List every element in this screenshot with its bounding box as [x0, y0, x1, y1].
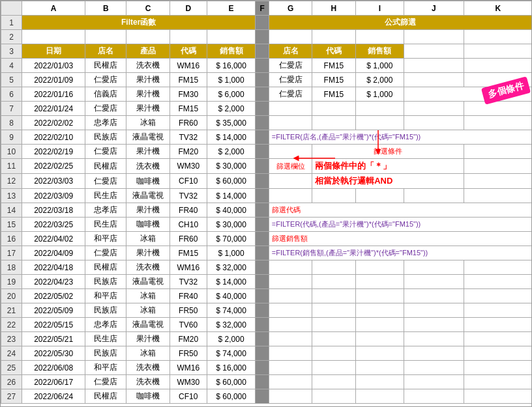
row-14-num: 14 — [1, 203, 22, 218]
r22-date: 2022/05/15 — [22, 318, 85, 332]
divider-r3 — [256, 44, 269, 59]
row-7: 7 2022/01/24 仁愛店 果汁機 FM15 $ 2,000 — [1, 102, 533, 116]
divider-r13 — [256, 189, 269, 203]
r24-j — [404, 346, 464, 361]
r23-i — [355, 332, 404, 346]
r20-j — [404, 289, 464, 303]
r3-j — [404, 44, 464, 59]
r2-c — [126, 30, 170, 44]
r7-amount: $ 2,000 — [207, 102, 255, 116]
formula-title: 公式篩選 — [269, 16, 532, 30]
divider-r7 — [256, 102, 269, 116]
r7-code: FM15 — [170, 102, 207, 116]
r2-k — [464, 30, 532, 44]
r11-store: 民權店 — [85, 159, 126, 174]
r15-store: 民生店 — [85, 218, 126, 232]
r23-date: 2022/05/21 — [22, 332, 85, 346]
row-25-num: 25 — [1, 361, 22, 375]
r7-product: 果汁機 — [126, 102, 170, 116]
r7-date: 2022/01/24 — [22, 102, 85, 116]
row-1: 1 Filter函數 公式篩選 — [1, 16, 533, 30]
row-8: 8 2022/02/02 忠孝店 冰箱 FR60 $ 35,000 — [1, 116, 533, 130]
divider-r22 — [256, 318, 269, 332]
divider-r14 — [256, 203, 269, 218]
row-23: 23 2022/05/21 民生店 果汁機 FM20 $ 2,000 — [1, 332, 533, 346]
r10-store: 仁愛店 — [85, 145, 126, 159]
row-3-num: 3 — [1, 44, 22, 59]
r8-i — [355, 116, 404, 130]
r4-j — [404, 59, 464, 73]
r4-code: WM16 — [170, 59, 207, 73]
r15-amount: $ 30,000 — [207, 218, 255, 232]
r2-g — [269, 30, 312, 44]
divider-r20 — [256, 289, 269, 303]
r25-code: WM16 — [170, 361, 207, 375]
r10-amount: $ 2,000 — [207, 145, 255, 159]
r6-r-amount: $ 1,000 — [355, 87, 404, 102]
r20-g — [269, 289, 312, 303]
col-h-header: H — [312, 1, 355, 16]
row-16: 16 2022/04/02 和平店 冰箱 FR60 $ 70,000 篩選銷售額 — [1, 232, 533, 246]
row-3: 3 日期 店名 產品 代碼 銷售額 店名 代碼 銷售額 — [1, 44, 533, 59]
r4-k — [464, 59, 532, 73]
r3-k — [464, 44, 532, 59]
r19-i — [355, 275, 404, 289]
r5-amount: $ 1,000 — [207, 73, 255, 87]
r18-product: 洗衣機 — [126, 260, 170, 275]
r17-product: 果汁機 — [126, 246, 170, 260]
row-19: 19 2022/04/23 民族店 液晶電視 TV32 $ 14,000 — [1, 275, 533, 289]
row-11-num: 11 — [1, 159, 22, 174]
row-8-num: 8 — [1, 116, 22, 130]
r8-h — [312, 116, 355, 130]
r6-code: FM30 — [170, 87, 207, 102]
row-23-num: 23 — [1, 332, 22, 346]
r24-k — [464, 346, 532, 361]
row-1-num: 1 — [1, 16, 22, 30]
r17-code: FM15 — [170, 246, 207, 260]
r22-store: 忠孝店 — [85, 318, 126, 332]
divider-r8 — [256, 116, 269, 130]
col-b-header: B — [85, 1, 126, 16]
r26-h — [312, 375, 355, 389]
row-10-num: 10 — [1, 145, 22, 159]
col-e-header: E — [207, 1, 255, 16]
r26-product: 洗衣機 — [126, 375, 170, 389]
r8-code: FR60 — [170, 116, 207, 130]
r4-amount: $ 16,000 — [207, 59, 255, 73]
r21-i — [355, 303, 404, 318]
r2-i — [355, 30, 404, 44]
r25-j — [404, 361, 464, 375]
r26-amount: $ 60,000 — [207, 375, 255, 389]
r23-store: 民生店 — [85, 332, 126, 346]
row-25: 25 2022/06/08 和平店 洗衣機 WM16 $ 16,000 — [1, 361, 533, 375]
divider-r19 — [256, 275, 269, 289]
row-7-num: 7 — [1, 102, 22, 116]
r22-h — [312, 318, 355, 332]
row-22-num: 22 — [1, 318, 22, 332]
r25-i — [355, 361, 404, 375]
r20-store: 和平店 — [85, 289, 126, 303]
row-11: 11 2022/02/25 民權店 洗衣機 WM30 $ 30,000 篩選欄位… — [1, 159, 533, 174]
r13-g — [269, 189, 312, 203]
r8-date: 2022/02/02 — [22, 116, 85, 130]
r14-date: 2022/03/18 — [22, 203, 85, 218]
r27-i — [355, 389, 404, 404]
r8-amount: $ 35,000 — [207, 116, 255, 130]
r27-h — [312, 389, 355, 404]
divider-r23 — [256, 332, 269, 346]
r19-code: TV32 — [170, 275, 207, 289]
r16-product: 冰箱 — [126, 232, 170, 246]
r19-store: 民族店 — [85, 275, 126, 289]
r20-i — [355, 289, 404, 303]
r22-j — [404, 318, 464, 332]
r12-g — [269, 174, 312, 189]
divider-r4 — [256, 59, 269, 73]
r13-i — [355, 189, 404, 203]
r25-store: 和平店 — [85, 361, 126, 375]
r20-code: FR40 — [170, 289, 207, 303]
row-21-num: 21 — [1, 303, 22, 318]
r13-k — [464, 189, 532, 203]
r10-date: 2022/02/19 — [22, 145, 85, 159]
row-27-num: 27 — [1, 389, 22, 404]
r13-date: 2022/03/09 — [22, 189, 85, 203]
